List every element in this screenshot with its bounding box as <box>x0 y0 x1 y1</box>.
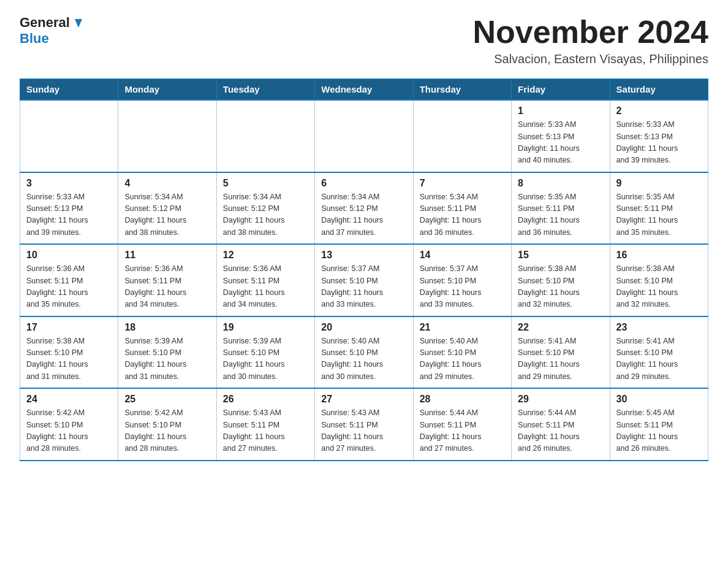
day-info-28: Sunrise: 5:44 AMSunset: 5:11 PMDaylight:… <box>420 407 505 455</box>
day-info-16: Sunrise: 5:38 AMSunset: 5:10 PMDaylight:… <box>616 263 702 311</box>
calendar-cell-w2-d5: 8Sunrise: 5:35 AMSunset: 5:11 PMDaylight… <box>512 172 610 245</box>
day-info-14: Sunrise: 5:37 AMSunset: 5:10 PMDaylight:… <box>420 263 505 311</box>
days-of-week-row: SundayMondayTuesdayWednesdayThursdayFrid… <box>20 79 708 101</box>
svg-marker-0 <box>75 19 82 28</box>
day-info-7: Sunrise: 5:34 AMSunset: 5:11 PMDaylight:… <box>420 191 505 239</box>
day-info-18: Sunrise: 5:39 AMSunset: 5:10 PMDaylight:… <box>124 335 210 383</box>
day-number-15: 15 <box>518 250 603 261</box>
logo: General Blue <box>20 15 85 47</box>
logo-triangle-icon <box>71 17 85 30</box>
calendar-cell-w2-d6: 9Sunrise: 5:35 AMSunset: 5:11 PMDaylight… <box>610 172 708 245</box>
calendar-header: SundayMondayTuesdayWednesdayThursdayFrid… <box>20 79 708 101</box>
week-row-5: 24Sunrise: 5:42 AMSunset: 5:10 PMDayligh… <box>20 388 708 461</box>
calendar-cell-w1-d4 <box>413 100 511 172</box>
calendar-cell-w4-d0: 17Sunrise: 5:38 AMSunset: 5:10 PMDayligh… <box>20 316 118 389</box>
day-number-5: 5 <box>223 178 308 189</box>
day-info-29: Sunrise: 5:44 AMSunset: 5:11 PMDaylight:… <box>518 407 603 455</box>
day-number-3: 3 <box>26 178 112 189</box>
day-number-22: 22 <box>518 322 603 333</box>
calendar-cell-w4-d6: 23Sunrise: 5:41 AMSunset: 5:10 PMDayligh… <box>610 316 708 389</box>
day-info-1: Sunrise: 5:33 AMSunset: 5:13 PMDaylight:… <box>518 119 603 167</box>
calendar-cell-w2-d4: 7Sunrise: 5:34 AMSunset: 5:11 PMDaylight… <box>413 172 511 245</box>
day-info-22: Sunrise: 5:41 AMSunset: 5:10 PMDaylight:… <box>518 335 603 383</box>
calendar-cell-w1-d6: 2Sunrise: 5:33 AMSunset: 5:13 PMDaylight… <box>610 100 708 172</box>
week-row-2: 3Sunrise: 5:33 AMSunset: 5:13 PMDaylight… <box>20 172 708 245</box>
day-number-4: 4 <box>124 178 210 189</box>
day-info-9: Sunrise: 5:35 AMSunset: 5:11 PMDaylight:… <box>616 191 702 239</box>
day-number-21: 21 <box>420 322 505 333</box>
calendar-cell-w4-d2: 19Sunrise: 5:39 AMSunset: 5:10 PMDayligh… <box>216 316 314 389</box>
calendar-cell-w3-d3: 13Sunrise: 5:37 AMSunset: 5:10 PMDayligh… <box>315 244 413 316</box>
day-info-25: Sunrise: 5:42 AMSunset: 5:10 PMDaylight:… <box>124 407 210 455</box>
calendar-cell-w4-d1: 18Sunrise: 5:39 AMSunset: 5:10 PMDayligh… <box>118 316 216 389</box>
calendar-cell-w2-d0: 3Sunrise: 5:33 AMSunset: 5:13 PMDaylight… <box>20 172 118 245</box>
calendar-cell-w1-d0 <box>20 100 118 172</box>
day-info-17: Sunrise: 5:38 AMSunset: 5:10 PMDaylight:… <box>26 335 112 383</box>
location-subtitle: Salvacion, Eastern Visayas, Philippines <box>473 52 708 66</box>
calendar-cell-w1-d5: 1Sunrise: 5:33 AMSunset: 5:13 PMDaylight… <box>512 100 610 172</box>
header-thursday: Thursday <box>413 79 511 101</box>
calendar-cell-w3-d0: 10Sunrise: 5:36 AMSunset: 5:11 PMDayligh… <box>20 244 118 316</box>
day-number-23: 23 <box>616 322 702 333</box>
month-year-title: November 2024 <box>473 15 708 50</box>
calendar-cell-w5-d2: 26Sunrise: 5:43 AMSunset: 5:11 PMDayligh… <box>216 388 314 461</box>
day-number-28: 28 <box>420 394 505 405</box>
header-sunday: Sunday <box>20 79 118 101</box>
day-number-18: 18 <box>124 322 210 333</box>
calendar-cell-w1-d1 <box>118 100 216 172</box>
day-info-30: Sunrise: 5:45 AMSunset: 5:11 PMDaylight:… <box>616 407 702 455</box>
calendar-cell-w4-d3: 20Sunrise: 5:40 AMSunset: 5:10 PMDayligh… <box>315 316 413 389</box>
header-tuesday: Tuesday <box>216 79 314 101</box>
header-wednesday: Wednesday <box>315 79 413 101</box>
day-info-19: Sunrise: 5:39 AMSunset: 5:10 PMDaylight:… <box>223 335 308 383</box>
title-area: November 2024 Salvacion, Eastern Visayas… <box>473 15 708 66</box>
day-info-24: Sunrise: 5:42 AMSunset: 5:10 PMDaylight:… <box>26 407 112 455</box>
week-row-1: 1Sunrise: 5:33 AMSunset: 5:13 PMDaylight… <box>20 100 708 172</box>
day-number-16: 16 <box>616 250 702 261</box>
calendar-cell-w2-d3: 6Sunrise: 5:34 AMSunset: 5:12 PMDaylight… <box>315 172 413 245</box>
day-number-12: 12 <box>223 250 308 261</box>
day-number-30: 30 <box>616 394 702 405</box>
day-number-6: 6 <box>321 178 406 189</box>
calendar-cell-w1-d2 <box>216 100 314 172</box>
calendar-cell-w5-d1: 25Sunrise: 5:42 AMSunset: 5:10 PMDayligh… <box>118 388 216 461</box>
day-info-21: Sunrise: 5:40 AMSunset: 5:10 PMDaylight:… <box>420 335 505 383</box>
day-info-3: Sunrise: 5:33 AMSunset: 5:13 PMDaylight:… <box>26 191 112 239</box>
logo-general-text: General <box>20 15 70 31</box>
day-info-11: Sunrise: 5:36 AMSunset: 5:11 PMDaylight:… <box>124 263 210 311</box>
day-info-12: Sunrise: 5:36 AMSunset: 5:11 PMDaylight:… <box>223 263 308 311</box>
header-saturday: Saturday <box>610 79 708 101</box>
day-number-25: 25 <box>124 394 210 405</box>
day-number-1: 1 <box>518 105 603 117</box>
day-info-6: Sunrise: 5:34 AMSunset: 5:12 PMDaylight:… <box>321 191 406 239</box>
day-info-13: Sunrise: 5:37 AMSunset: 5:10 PMDaylight:… <box>321 263 406 311</box>
day-number-2: 2 <box>616 105 702 117</box>
calendar-cell-w4-d5: 22Sunrise: 5:41 AMSunset: 5:10 PMDayligh… <box>512 316 610 389</box>
logo-blue-text: Blue <box>20 31 49 46</box>
calendar-cell-w1-d3 <box>315 100 413 172</box>
day-info-2: Sunrise: 5:33 AMSunset: 5:13 PMDaylight:… <box>616 119 702 167</box>
day-number-7: 7 <box>420 178 505 189</box>
calendar-cell-w5-d4: 28Sunrise: 5:44 AMSunset: 5:11 PMDayligh… <box>413 388 511 461</box>
header-monday: Monday <box>118 79 216 101</box>
calendar-cell-w4-d4: 21Sunrise: 5:40 AMSunset: 5:10 PMDayligh… <box>413 316 511 389</box>
calendar-body: 1Sunrise: 5:33 AMSunset: 5:13 PMDaylight… <box>20 100 708 461</box>
day-number-20: 20 <box>321 322 406 333</box>
header-friday: Friday <box>512 79 610 101</box>
day-info-10: Sunrise: 5:36 AMSunset: 5:11 PMDaylight:… <box>26 263 112 311</box>
week-row-3: 10Sunrise: 5:36 AMSunset: 5:11 PMDayligh… <box>20 244 708 316</box>
calendar-cell-w2-d2: 5Sunrise: 5:34 AMSunset: 5:12 PMDaylight… <box>216 172 314 245</box>
day-info-27: Sunrise: 5:43 AMSunset: 5:11 PMDaylight:… <box>321 407 406 455</box>
calendar-cell-w2-d1: 4Sunrise: 5:34 AMSunset: 5:12 PMDaylight… <box>118 172 216 245</box>
day-number-8: 8 <box>518 178 603 189</box>
calendar-cell-w3-d6: 16Sunrise: 5:38 AMSunset: 5:10 PMDayligh… <box>610 244 708 316</box>
day-info-15: Sunrise: 5:38 AMSunset: 5:10 PMDaylight:… <box>518 263 603 311</box>
calendar-cell-w5-d5: 29Sunrise: 5:44 AMSunset: 5:11 PMDayligh… <box>512 388 610 461</box>
day-number-11: 11 <box>124 250 210 261</box>
calendar-cell-w5-d6: 30Sunrise: 5:45 AMSunset: 5:11 PMDayligh… <box>610 388 708 461</box>
day-number-14: 14 <box>420 250 505 261</box>
day-info-23: Sunrise: 5:41 AMSunset: 5:10 PMDaylight:… <box>616 335 702 383</box>
day-number-24: 24 <box>26 394 112 405</box>
calendar-cell-w5-d3: 27Sunrise: 5:43 AMSunset: 5:11 PMDayligh… <box>315 388 413 461</box>
day-number-26: 26 <box>223 394 308 405</box>
